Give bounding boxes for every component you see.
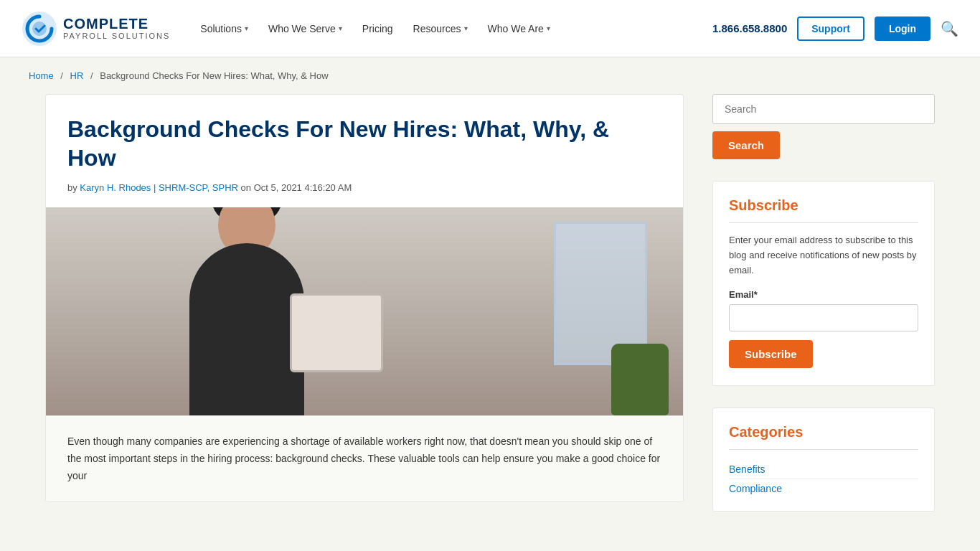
image-person-body: [189, 243, 304, 415]
main-nav: Solutions ▾ Who We Serve ▾ Pricing Resou…: [192, 17, 559, 40]
search-button[interactable]: Search: [712, 131, 780, 159]
breadcrumb-separator: /: [90, 70, 93, 81]
article-body: Even though many companies are experienc…: [46, 415, 683, 501]
subscribe-title: Subscribe: [729, 197, 918, 223]
sidebar: Search Subscribe Enter your email addres…: [712, 94, 935, 512]
login-button[interactable]: Login: [875, 17, 930, 41]
email-input[interactable]: [729, 304, 918, 331]
main-container: Background Checks For New Hires: What, W…: [24, 94, 956, 540]
logo-name1: COMPLETE: [63, 16, 170, 32]
article-section: Background Checks For New Hires: What, W…: [45, 94, 684, 512]
chevron-down-icon: ▾: [339, 24, 342, 32]
search-toggle-button[interactable]: 🔍: [941, 20, 958, 37]
logo-icon: [22, 11, 57, 47]
article-header: Background Checks For New Hires: What, W…: [46, 95, 683, 207]
article-title: Background Checks For New Hires: What, W…: [67, 115, 661, 172]
nav-who-we-serve[interactable]: Who We Serve ▾: [260, 17, 351, 40]
support-button[interactable]: Support: [797, 17, 864, 41]
image-monitor: [290, 293, 383, 372]
header-right: 1.866.658.8800 Support Login 🔍: [712, 17, 958, 41]
search-form: Search: [712, 94, 935, 159]
site-header: COMPLETE PAYROLL SOLUTIONS Solutions ▾ W…: [0, 0, 980, 57]
article-date: Oct 5, 2021 4:16:20 AM: [254, 182, 352, 193]
nav-pricing[interactable]: Pricing: [354, 17, 402, 40]
nav-resources[interactable]: Resources ▾: [405, 17, 476, 40]
nav-solutions[interactable]: Solutions ▾: [192, 17, 257, 40]
search-input[interactable]: [712, 94, 935, 124]
breadcrumb-section[interactable]: HR: [70, 70, 84, 81]
svg-point-1: [32, 22, 47, 36]
article-image: [46, 207, 683, 415]
category-link-compliance[interactable]: Compliance: [729, 479, 918, 498]
article-on: on: [241, 182, 254, 193]
categories-title: Categories: [729, 424, 918, 450]
email-label: Email*: [729, 289, 918, 300]
image-plant: [611, 344, 669, 415]
categories-widget: Categories Benefits Compliance: [712, 408, 935, 512]
logo-name2: PAYROLL SOLUTIONS: [63, 32, 170, 40]
article-text: Even though many companies are experienc…: [67, 433, 661, 484]
chevron-down-icon: ▾: [547, 24, 550, 32]
article-author[interactable]: Karyn H. Rhodes | SHRM-SCP, SPHR: [80, 182, 238, 193]
chevron-down-icon: ▾: [464, 24, 468, 32]
article-card: Background Checks For New Hires: What, W…: [45, 94, 684, 502]
search-icon: 🔍: [941, 21, 958, 37]
nav-who-we-are[interactable]: Who We Are ▾: [479, 17, 559, 40]
chevron-down-icon: ▾: [245, 24, 248, 32]
article-meta: by Karyn H. Rhodes | SHRM-SCP, SPHR on O…: [67, 182, 661, 193]
header-left: COMPLETE PAYROLL SOLUTIONS Solutions ▾ W…: [22, 11, 559, 47]
subscribe-description: Enter your email address to subscribe to…: [729, 233, 918, 278]
breadcrumb-separator: /: [60, 70, 63, 81]
breadcrumb-home[interactable]: Home: [29, 70, 54, 81]
sidebar-search-widget: Search: [712, 94, 935, 159]
article-by: by: [67, 182, 80, 193]
breadcrumb: Home / HR / Background Checks For New Hi…: [0, 57, 980, 94]
phone-number: 1.866.658.8800: [712, 22, 787, 34]
subscribe-widget: Subscribe Enter your email address to su…: [712, 181, 935, 386]
category-link-benefits[interactable]: Benefits: [729, 460, 918, 479]
logo-link[interactable]: COMPLETE PAYROLL SOLUTIONS: [22, 11, 170, 47]
subscribe-button[interactable]: Subscribe: [729, 340, 813, 368]
logo-text: COMPLETE PAYROLL SOLUTIONS: [63, 16, 170, 40]
breadcrumb-current: Background Checks For New Hires: What, W…: [100, 70, 328, 81]
